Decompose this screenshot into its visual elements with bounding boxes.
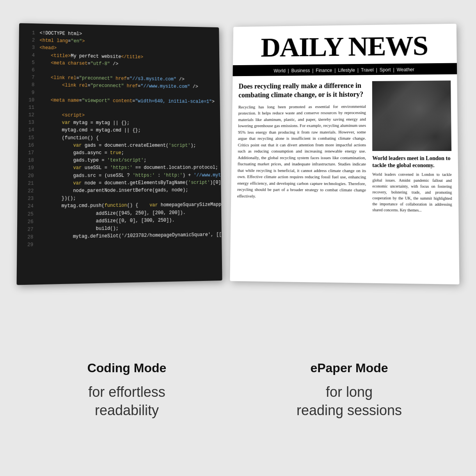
sidebar-article: World leaders meet in London to tackle t… [372, 155, 452, 213]
newspaper-header: DAILY NEWS [233, 24, 457, 66]
code-line: 12 <script> [25, 112, 214, 120]
code-line: 20 gads.src = (useSSL ? 'https:' : 'http… [24, 172, 215, 180]
line-num: 10 [25, 96, 34, 104]
code-line: 14 mytag.cmd = mytag.cmd || {}; [25, 127, 214, 135]
line-num: 18 [24, 157, 34, 165]
nav-finance[interactable]: Finance [316, 67, 332, 73]
nav-business[interactable]: Business [291, 68, 310, 73]
coding-mode-subtitle: for effortlessreadability [88, 383, 165, 420]
coding-mode-block: Coding Mode for effortlessreadability [16, 304, 238, 476]
line-num: 17 [24, 149, 34, 157]
line-num: 22 [24, 188, 34, 195]
top-section: 1 <!DOCTYPE html> 2 <html lang="en"> 3 <… [0, 0, 476, 304]
line-num: 9 [25, 89, 35, 96]
nav-lifestyle[interactable]: Lifestyle [338, 67, 355, 73]
line-num: 13 [25, 119, 34, 126]
line-num: 16 [24, 142, 34, 149]
code-line: 16 var gads = document.createElement('sc… [24, 142, 214, 149]
sidebar-article-container: World leaders meet in London to tackle t… [372, 80, 453, 278]
line-num: 28 [23, 234, 33, 242]
nav-world[interactable]: World [274, 68, 285, 74]
code-content: var gads = document.createElement('scrip… [39, 142, 214, 149]
line-num: 5 [25, 59, 35, 67]
epaper-mode-subtitle: for longreading sessions [297, 383, 402, 420]
epaper-mode-block: ePaper Mode for longreading sessions [238, 304, 460, 476]
code-content: var mytag = mytag || {}; [39, 119, 214, 127]
line-num: 6 [25, 67, 35, 74]
line-num: 14 [25, 127, 34, 134]
line-num: 4 [25, 52, 35, 59]
main-article: Does recycling really make a difference … [236, 81, 366, 277]
line-num: 21 [24, 180, 34, 188]
nav-weather[interactable]: Weather [397, 67, 414, 72]
nav-travel[interactable]: Travel [361, 67, 374, 73]
line-num: 12 [25, 112, 34, 119]
code-line: 19 var useSSL = 'https:' == document.loc… [24, 164, 215, 172]
sidebar-article-body: World leaders convened in London to tack… [372, 172, 452, 214]
main-article-title: Does recycling really make a difference … [238, 81, 366, 100]
line-num: 25 [24, 211, 34, 218]
code-line: 17 gads.async = true; [24, 149, 215, 157]
code-content: <script> [39, 112, 214, 120]
sidebar-image [372, 80, 451, 151]
code-content: (function() { [39, 134, 215, 142]
line-num: 24 [24, 203, 34, 211]
nav-sport[interactable]: Sport [380, 67, 391, 73]
code-content: var useSSL = 'https:' == document.locati… [39, 164, 218, 172]
line-num: 23 [24, 195, 34, 203]
line-num: 19 [24, 165, 34, 172]
line-num: 3 [25, 44, 35, 52]
line-num: 8 [25, 82, 35, 89]
code-line: 15 (function() { [25, 134, 215, 142]
line-num: 26 [24, 218, 34, 226]
line-num: 11 [25, 104, 34, 112]
code-content: mytag.cmd = mytag.cmd || {}; [39, 127, 215, 135]
line-num: 29 [23, 242, 33, 249]
main-article-body: Recycling has long been promoted as esse… [237, 103, 366, 200]
newspaper-title: DAILY NEWS [240, 32, 449, 62]
bottom-section: Coding Mode for effortlessreadability eP… [0, 304, 476, 476]
sidebar-article-title: World leaders meet in London to tackle t… [372, 155, 451, 169]
coding-mode-title: Coding Mode [87, 361, 167, 375]
code-content: gads.async = true; [39, 149, 215, 157]
epaper-mode-title: ePaper Mode [310, 361, 388, 375]
coding-panel: 1 <!DOCTYPE html> 2 <html lang="en"> 3 <… [17, 23, 222, 285]
code-content: gads.type = 'text/script'; [39, 157, 215, 165]
code-content: gads.src = (useSSL ? 'https:' : 'http:')… [39, 171, 222, 180]
newspaper-panel: DAILY NEWS World | Business | Finance | … [230, 24, 459, 284]
line-num: 27 [24, 226, 34, 234]
code-line: 13 var mytag = mytag || {}; [25, 119, 214, 127]
sidebar-image-inner [372, 80, 451, 151]
newspaper-content: Does recycling really make a difference … [230, 74, 459, 284]
line-num: 15 [25, 134, 34, 142]
line-num: 20 [24, 172, 34, 180]
line-num: 2 [25, 37, 35, 44]
line-num: 7 [25, 74, 35, 82]
line-num: 1 [25, 29, 35, 37]
code-line: 18 gads.type = 'text/script'; [24, 157, 215, 165]
